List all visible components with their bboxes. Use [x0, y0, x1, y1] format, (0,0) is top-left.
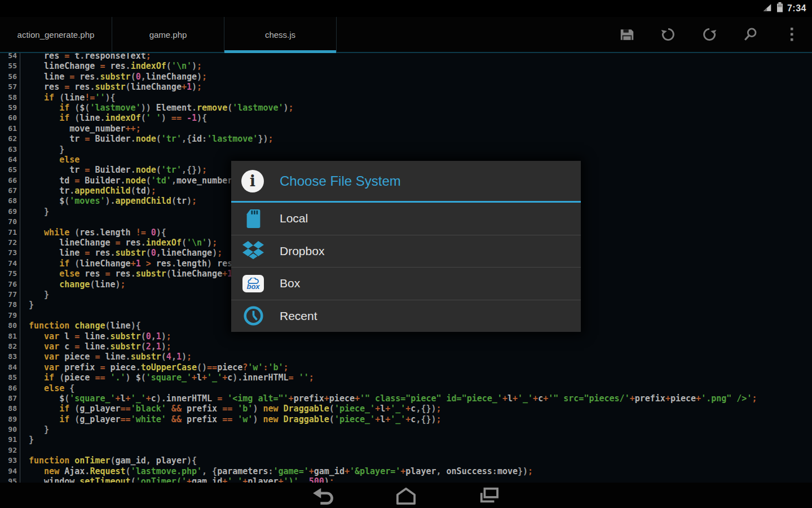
line-number: 86 — [0, 383, 20, 393]
line-number: 60 — [0, 113, 20, 123]
action-bar: action_generate.php game.php chess.js — [0, 17, 812, 53]
tab-label: action_generate.php — [17, 30, 95, 40]
tab-game-php[interactable]: game.php — [112, 17, 224, 52]
code-line: 89 if (g_player=='white' && prefix == 'w… — [0, 414, 812, 424]
code-line: 57 res = res.substr(lineChange+1); — [0, 82, 812, 92]
code-text: tr = Builder.node('tr',{}); — [20, 165, 207, 175]
code-text: if (g_player=='black' && prefix == 'b') … — [20, 404, 442, 414]
line-number: 57 — [0, 82, 20, 92]
line-number: 67 — [0, 186, 20, 196]
code-text — [20, 217, 29, 227]
code-text — [20, 310, 29, 321]
code-text: new Ajax.Request('lastmove.php', {parame… — [20, 466, 533, 476]
line-number: 94 — [0, 466, 20, 476]
code-line: 60 if (line.indexOf(' ') == -1){ — [0, 113, 812, 123]
action-bar-icons — [606, 17, 812, 52]
info-icon: i — [241, 170, 264, 192]
code-text: function onTimer(gam_id, player){ — [20, 456, 197, 466]
dialog-item-label: Recent — [280, 309, 317, 323]
code-text: while (res.length != 0){ — [20, 227, 166, 238]
line-number: 65 — [0, 165, 20, 175]
code-text: else — [20, 155, 80, 165]
code-line: 59 if ($('lastmove')) Element.remove('la… — [0, 103, 812, 113]
line-number: 89 — [0, 414, 20, 424]
code-line: 83 var piece = line.substr(4,1); — [0, 352, 812, 362]
code-text: window.setTimeout('onTimer('+gam_id+','+… — [20, 476, 334, 483]
line-number: 55 — [0, 61, 20, 71]
code-text: } — [20, 290, 49, 300]
signal-icon — [762, 3, 773, 15]
undo-icon[interactable] — [647, 17, 689, 52]
back-icon[interactable] — [306, 484, 341, 507]
code-line: 92 — [0, 445, 812, 456]
line-number: 78 — [0, 300, 20, 310]
line-number: 75 — [0, 269, 20, 279]
code-text: var l = line.substr(0,1); — [20, 331, 171, 341]
line-number: 84 — [0, 362, 20, 373]
sdcard-icon — [241, 208, 265, 229]
code-text: res = res.substr(lineChange+1); — [20, 82, 202, 92]
code-text: change(line); — [20, 279, 126, 290]
code-line: 91} — [0, 435, 812, 445]
line-number: 73 — [0, 248, 20, 258]
code-text — [20, 445, 29, 456]
box-icon: box — [241, 275, 265, 292]
battery-icon — [776, 2, 783, 15]
dialog-item-recent[interactable]: Recent — [231, 300, 581, 332]
code-line: 62 tr = Builder.node('tr',{id:'lastmove'… — [0, 134, 812, 144]
code-line: 95 window.setTimeout('onTimer('+gam_id+'… — [0, 476, 812, 483]
code-text: } — [20, 144, 64, 155]
save-icon[interactable] — [606, 17, 647, 52]
dialog-item-local[interactable]: Local — [231, 203, 581, 235]
code-text: tr = Builder.node('tr',{id:'lastmove'}); — [20, 134, 273, 144]
line-number: 80 — [0, 321, 20, 331]
line-number: 56 — [0, 72, 20, 82]
line-number: 93 — [0, 456, 20, 466]
line-number: 69 — [0, 207, 20, 217]
tab-chess-js[interactable]: chess.js — [224, 17, 337, 52]
search-icon[interactable] — [730, 17, 771, 52]
line-number: 91 — [0, 435, 20, 445]
code-text: res = t.responseText; — [20, 53, 151, 61]
tab-action-generate-php[interactable]: action_generate.php — [0, 17, 112, 52]
line-number: 61 — [0, 124, 20, 134]
code-text: move_number++; — [20, 124, 141, 134]
redo-icon[interactable] — [689, 17, 730, 52]
code-line: 82 var c = line.substr(2,1); — [0, 341, 812, 352]
line-number: 62 — [0, 134, 20, 144]
line-number: 79 — [0, 310, 20, 321]
home-icon[interactable] — [389, 484, 423, 507]
dialog-item-box[interactable]: box Box — [231, 267, 581, 300]
code-line: 61 move_number++; — [0, 124, 812, 134]
code-text: lineChange = res.indexOf('\n'); — [20, 238, 217, 248]
tab-label: game.php — [149, 30, 187, 40]
line-number: 77 — [0, 290, 20, 300]
code-line: 58 if (line!=''){ — [0, 93, 812, 103]
dialog-item-dropbox[interactable]: Dropbox — [231, 235, 581, 268]
line-number: 85 — [0, 373, 20, 383]
code-text: $('moves').appendChild(tr); — [20, 196, 197, 206]
code-text: lineChange = res.indexOf('\n'); — [20, 61, 202, 71]
overflow-menu-icon[interactable] — [771, 17, 812, 52]
code-line: 86 else { — [0, 383, 812, 393]
code-text: if (lineChange+1 > res.length) res = ''; — [20, 259, 263, 269]
code-line: 84 var prefix = piece.toUpperCase()==pie… — [0, 362, 812, 373]
box-logo-text: box — [246, 284, 259, 290]
code-text: var c = line.substr(2,1); — [20, 341, 171, 352]
code-text: $('square_'+l+'_'+c).innerHTML = '<img a… — [20, 393, 757, 404]
line-number: 64 — [0, 155, 20, 165]
line-number: 81 — [0, 331, 20, 341]
clock-time: 7:34 — [787, 3, 806, 14]
code-text: if (line!=''){ — [20, 93, 116, 103]
code-text: line = res.substr(0,lineChange); — [20, 72, 207, 82]
line-number: 68 — [0, 196, 20, 206]
line-number: 92 — [0, 445, 20, 456]
code-text: tr.appendChild(td); — [20, 186, 156, 196]
info-glyph: i — [250, 173, 255, 189]
dialog-title: Choose File System — [280, 173, 401, 189]
line-number: 66 — [0, 176, 20, 186]
code-text: } — [20, 424, 49, 435]
code-line: 93function onTimer(gam_id, player){ — [0, 456, 812, 466]
recents-icon[interactable] — [471, 484, 506, 507]
line-number: 88 — [0, 404, 20, 414]
